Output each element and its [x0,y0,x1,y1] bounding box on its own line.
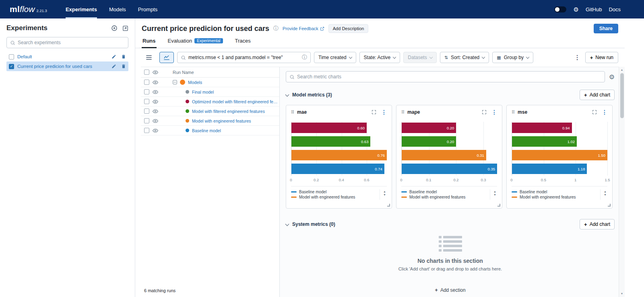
theme-toggle[interactable] [554,6,566,12]
bar[interactable]: 0.94 [512,123,572,133]
delete-trash-icon[interactable] [121,54,126,59]
legend-item[interactable]: Model with engineered features [291,195,380,200]
experiment-search-box[interactable] [6,37,128,48]
nav-item-experiments[interactable]: Experiments [66,0,97,18]
legend-down-icon[interactable]: ▼ [383,193,386,196]
experiment-checkbox[interactable]: ✓ [9,64,14,69]
run-name-link[interactable]: Final model [192,90,214,94]
resize-handle-icon[interactable] [608,204,611,207]
bar[interactable]: 1.02 [512,136,577,147]
experiment-item-default[interactable]: Default [6,52,128,61]
run-group-row[interactable]: Models [141,78,279,87]
run-row-4[interactable]: Baseline model [141,126,279,135]
chart-view-button[interactable] [159,52,174,63]
edit-pencil-icon[interactable] [111,54,116,59]
experiment-search-input[interactable] [18,40,125,45]
tab-evaluation[interactable]: EvaluationExperimental [167,36,224,48]
legend-up-icon[interactable]: ▲ [493,190,496,193]
charts-settings-gear-icon[interactable]: ⚙ [609,73,615,81]
run-name-column-header[interactable]: Run Name [173,70,194,75]
share-button[interactable]: Share [594,24,618,33]
list-view-button[interactable] [142,52,156,63]
experiment-checkbox[interactable] [9,54,14,59]
nav-item-models[interactable]: Models [109,0,126,18]
section-collapse-icon[interactable] [285,222,289,226]
bar[interactable]: 0.31 [402,150,486,160]
bar[interactable]: 0.20 [402,123,456,133]
tab-traces[interactable]: Traces [234,36,252,48]
provide-feedback-link[interactable]: Provide Feedback [283,26,324,31]
visibility-toggle-icon[interactable] [153,128,158,133]
run-name-link[interactable]: Model with engineered features [192,119,251,123]
legend-item[interactable]: Model with engineered features [512,195,600,200]
run-checkbox[interactable] [144,109,149,114]
settings-gear-icon[interactable]: ⚙ [573,6,578,12]
tab-runs[interactable]: Runs [142,36,157,48]
filter-sort[interactable]: ⇅Sort: Created [440,52,489,63]
fullscreen-icon[interactable] [482,110,487,115]
fullscreen-icon[interactable] [372,110,376,115]
visibility-toggle-icon[interactable] [153,80,158,85]
legend-pager[interactable]: ▲▼ [490,189,497,200]
experiment-item-current[interactable]: ✓ Current price predicion for used cars [6,61,128,71]
bar[interactable]: 0.76 [291,150,387,160]
collapse-group-icon[interactable] [173,80,177,84]
filter-group-by[interactable]: ▦Group by [492,52,533,63]
query-info-icon[interactable]: ⓘ [302,54,307,61]
visibility-toggle-icon[interactable] [153,89,158,95]
legend-pager[interactable]: ▲▼ [600,189,607,200]
runs-query-input[interactable] [188,55,299,60]
add-description-button[interactable]: Add Description [328,24,369,33]
bar[interactable]: 0.35 [402,164,497,174]
visibility-column-icon[interactable] [153,70,158,75]
metric-charts-search-box[interactable] [286,71,605,82]
run-name-link[interactable]: Model with filtered engineered features [192,109,265,114]
runs-search-box[interactable]: ⓘ [177,52,311,63]
bar[interactable]: 1.50 [512,150,607,160]
vertical-scrollbar[interactable]: ▲ ▼ [619,67,625,297]
github-link[interactable]: GitHub [586,5,602,14]
fullscreen-icon[interactable] [592,110,597,115]
bar[interactable]: 0.63 [291,136,370,147]
edit-pencil-icon[interactable] [111,64,116,69]
drag-handle-icon[interactable]: ⠿ [291,110,294,115]
delete-trash-icon[interactable] [121,64,126,69]
filter-state[interactable]: State: Active [359,52,400,63]
run-checkbox[interactable] [144,118,149,123]
run-checkbox[interactable] [144,128,149,133]
metric-charts-search-input[interactable] [297,74,601,80]
visibility-toggle-icon[interactable] [153,109,158,114]
run-row-3[interactable]: Model with engineered features [141,116,279,126]
run-checkbox[interactable] [144,89,149,94]
section-title[interactable]: Model metrics (3) [292,92,332,98]
drag-handle-icon[interactable]: ⠿ [401,110,405,115]
create-experiment-icon[interactable] [111,25,118,31]
toolbar-kebab-icon[interactable]: ⋮ [573,54,582,61]
chart-menu-icon[interactable]: ⋮ [602,109,607,115]
open-new-window-icon[interactable] [122,25,128,31]
experiment-link[interactable]: Default [17,54,32,59]
legend-item[interactable]: Baseline model [401,189,490,195]
run-row-2[interactable]: Model with filtered engineered features [141,107,279,116]
legend-down-icon[interactable]: ▼ [493,193,496,196]
resize-handle-icon[interactable] [497,204,500,207]
mlflow-logo[interactable]: mlflow 2.21.3 [10,4,47,14]
scroll-down-icon[interactable]: ▼ [621,292,623,296]
models-group-link[interactable]: Models [188,80,202,85]
section-title[interactable]: System metrics (0) [292,221,335,227]
legend-item[interactable]: Model with engineered features [401,195,490,200]
run-name-link[interactable]: Optimized model with filtered engineered… [192,99,279,104]
scroll-up-icon[interactable]: ▲ [621,68,623,72]
add-chart-button[interactable]: +Add chart [580,219,615,229]
run-row-1[interactable]: Optimized model with filtered engineered… [141,97,279,107]
add-chart-button[interactable]: +Add chart [580,90,615,100]
run-checkbox[interactable] [144,99,149,104]
select-all-checkbox[interactable] [144,70,149,75]
experiment-link[interactable]: Current price predicion for used cars [17,64,92,69]
run-row-0[interactable]: Final model [141,87,279,97]
nav-item-prompts[interactable]: Prompts [138,0,157,18]
docs-link[interactable]: Docs [609,5,621,14]
run-checkbox[interactable] [144,80,149,85]
drag-handle-icon[interactable]: ⠿ [512,110,515,115]
run-name-link[interactable]: Baseline model [192,128,221,133]
